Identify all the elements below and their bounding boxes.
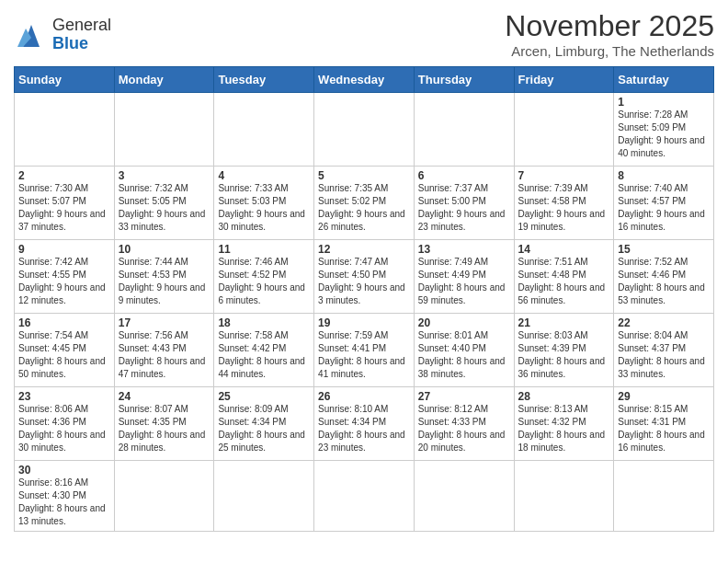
calendar: Sunday Monday Tuesday Wednesday Thursday…	[14, 66, 714, 532]
day-18: 18 Sunrise: 7:58 AMSunset: 4:42 PMDaylig…	[214, 314, 314, 387]
empty-cell	[514, 93, 614, 167]
empty-cell	[15, 93, 115, 167]
empty-cell	[114, 93, 214, 167]
day-26: 26 Sunrise: 8:10 AMSunset: 4:34 PMDaylig…	[314, 387, 415, 461]
col-saturday: Saturday	[614, 67, 714, 93]
day-16: 16 Sunrise: 7:54 AMSunset: 4:45 PMDaylig…	[15, 314, 115, 387]
empty-cell	[314, 93, 415, 167]
empty-cell	[514, 461, 614, 532]
day-28: 28 Sunrise: 8:13 AMSunset: 4:32 PMDaylig…	[514, 387, 614, 461]
day-7: 7 Sunrise: 7:39 AMSunset: 4:58 PMDayligh…	[514, 167, 614, 240]
empty-cell	[114, 461, 214, 532]
col-sunday: Sunday	[15, 67, 115, 93]
title-block: November 2025 Arcen, Limburg, The Nether…	[505, 9, 714, 59]
day-29: 29 Sunrise: 8:15 AMSunset: 4:31 PMDaylig…	[614, 387, 714, 461]
day-12: 12 Sunrise: 7:47 AMSunset: 4:50 PMDaylig…	[314, 240, 415, 314]
day-27: 27 Sunrise: 8:12 AMSunset: 4:33 PMDaylig…	[414, 387, 514, 461]
col-monday: Monday	[114, 67, 214, 93]
day-17: 17 Sunrise: 7:56 AMSunset: 4:43 PMDaylig…	[114, 314, 214, 387]
day-9: 9 Sunrise: 7:42 AMSunset: 4:55 PMDayligh…	[15, 240, 115, 314]
day-11: 11 Sunrise: 7:46 AMSunset: 4:52 PMDaylig…	[214, 240, 314, 314]
day-4: 4 Sunrise: 7:33 AMSunset: 5:03 PMDayligh…	[214, 167, 314, 240]
day-5: 5 Sunrise: 7:35 AMSunset: 5:02 PMDayligh…	[314, 167, 415, 240]
day-1: 1 Sunrise: 7:28 AMSunset: 5:09 PMDayligh…	[614, 93, 714, 167]
day-30: 30 Sunrise: 8:16 AMSunset: 4:30 PMDaylig…	[15, 461, 115, 532]
day-14: 14 Sunrise: 7:51 AMSunset: 4:48 PMDaylig…	[514, 240, 614, 314]
day-22: 22 Sunrise: 8:04 AMSunset: 4:37 PMDaylig…	[614, 314, 714, 387]
logo-text: GeneralBlue	[52, 17, 111, 53]
col-tuesday: Tuesday	[214, 67, 314, 93]
empty-cell	[214, 461, 314, 532]
day-6: 6 Sunrise: 7:37 AMSunset: 5:00 PMDayligh…	[414, 167, 514, 240]
day-20: 20 Sunrise: 8:01 AMSunset: 4:40 PMDaylig…	[414, 314, 514, 387]
col-friday: Friday	[514, 67, 614, 93]
empty-cell	[414, 461, 514, 532]
col-wednesday: Wednesday	[314, 67, 415, 93]
day-21: 21 Sunrise: 8:03 AMSunset: 4:39 PMDaylig…	[514, 314, 614, 387]
day-3: 3 Sunrise: 7:32 AMSunset: 5:05 PMDayligh…	[114, 167, 214, 240]
day-8: 8 Sunrise: 7:40 AMSunset: 4:57 PMDayligh…	[614, 167, 714, 240]
logo: GeneralBlue	[14, 17, 111, 53]
location-title: Arcen, Limburg, The Netherlands	[505, 43, 714, 59]
day-25: 25 Sunrise: 8:09 AMSunset: 4:34 PMDaylig…	[214, 387, 314, 461]
empty-cell	[414, 93, 514, 167]
col-thursday: Thursday	[414, 67, 514, 93]
header: GeneralBlue November 2025 Arcen, Limburg…	[14, 9, 714, 59]
month-title: November 2025	[505, 9, 714, 43]
day-15: 15 Sunrise: 7:52 AMSunset: 4:46 PMDaylig…	[614, 240, 714, 314]
empty-cell	[314, 461, 415, 532]
day-2: 2 Sunrise: 7:30 AMSunset: 5:07 PMDayligh…	[15, 167, 115, 240]
day-10: 10 Sunrise: 7:44 AMSunset: 4:53 PMDaylig…	[114, 240, 214, 314]
day-23: 23 Sunrise: 8:06 AMSunset: 4:36 PMDaylig…	[15, 387, 115, 461]
day-19: 19 Sunrise: 7:59 AMSunset: 4:41 PMDaylig…	[314, 314, 415, 387]
day-13: 13 Sunrise: 7:49 AMSunset: 4:49 PMDaylig…	[414, 240, 514, 314]
day-24: 24 Sunrise: 8:07 AMSunset: 4:35 PMDaylig…	[114, 387, 214, 461]
empty-cell	[214, 93, 314, 167]
empty-cell	[614, 461, 714, 532]
